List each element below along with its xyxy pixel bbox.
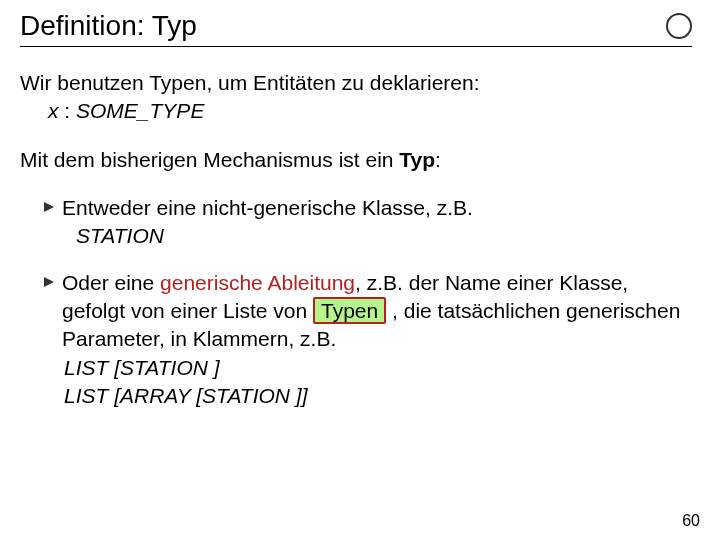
bullet-arrow-icon: [42, 200, 56, 214]
types-highlight: Typen: [313, 297, 386, 324]
page-number: 60: [682, 512, 700, 530]
svg-marker-0: [44, 202, 54, 212]
eth-logo-icon: [666, 13, 692, 39]
bullet1-text: Entweder eine nicht-generische Klasse, z…: [62, 194, 692, 222]
bullet2-code1: LIST [STATION ]: [20, 354, 692, 382]
bullet1-code: STATION: [20, 222, 692, 250]
page-title: Definition: Typ: [20, 10, 197, 42]
intro-code: x : SOME_TYPE: [20, 97, 692, 125]
generic-derivation-term: generische Ableitung: [160, 271, 355, 294]
bullet2-text: Oder eine generische Ableitung, z.B. der…: [62, 269, 692, 354]
mid-line: Mit dem bisherigen Mechanismus ist ein T…: [20, 146, 692, 174]
intro-line: Wir benutzen Typen, um Entitäten zu dekl…: [20, 69, 692, 97]
bullet2-code2: LIST [ARRAY [STATION ]]: [20, 382, 692, 410]
bullet-arrow-icon: [42, 275, 56, 289]
svg-marker-1: [44, 277, 54, 287]
